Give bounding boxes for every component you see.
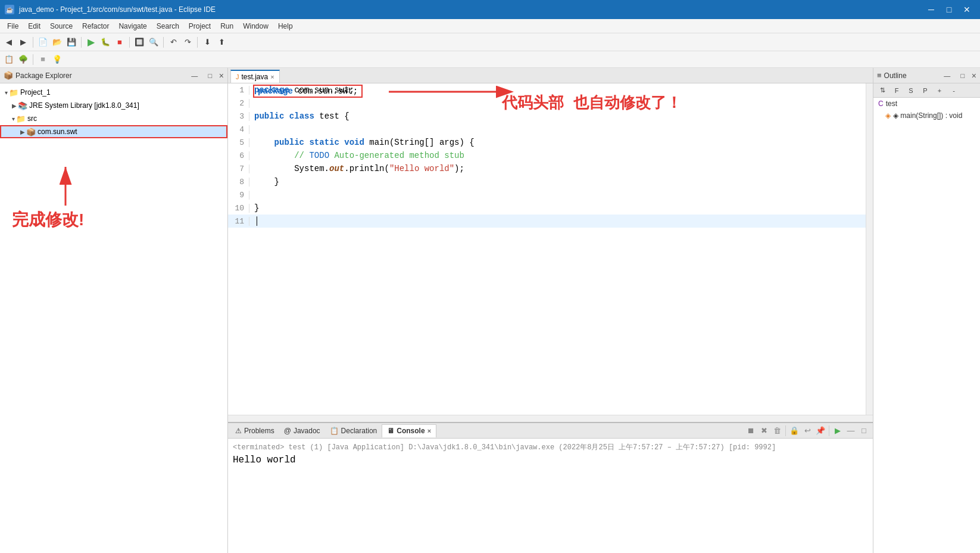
tab-test-java[interactable]: J test.java ×	[230, 70, 280, 83]
console-icon: 🖥	[387, 427, 394, 435]
tb-next-annotation[interactable]: ⬇	[201, 36, 214, 49]
package-explorer-header: 📦 Package Explorer — □ ×	[0, 68, 227, 83]
outline-minimize[interactable]: —	[941, 69, 954, 82]
tb-debug[interactable]: 🐛	[99, 36, 112, 49]
jre-icon: 📚	[18, 101, 27, 110]
line-content-7: System.out.println("Hello world");	[254, 164, 873, 173]
menu-file[interactable]: File	[2, 21, 23, 32]
package-explorer-tree[interactable]: ▾ 📁 Project_1 ▶ 📚 JRE System Library [jd…	[0, 83, 227, 553]
maximize-panel[interactable]: □	[204, 69, 217, 82]
editor-pane: J test.java × 1 package com.sun.swt; 2	[228, 68, 873, 553]
console-maximize[interactable]: □	[857, 424, 870, 437]
outline-close-button[interactable]: ×	[972, 71, 976, 80]
console-status-text: <terminated> test (1) [Java Application]…	[233, 442, 868, 452]
tb-perspective[interactable]: 🔲	[133, 36, 146, 49]
line-num-2: 2	[228, 99, 249, 108]
console-open-console[interactable]: ▶	[831, 424, 844, 437]
tree-item-project[interactable]: ▾ 📁 Project_1	[0, 86, 227, 99]
menu-search[interactable]: Search	[152, 21, 184, 32]
close-panel-button[interactable]: ×	[219, 71, 224, 80]
tree-item-pkg[interactable]: ▶ 📦 com.sun.swt	[0, 125, 227, 138]
tb-redo[interactable]: ↷	[181, 36, 194, 49]
app-icon: ☕	[5, 5, 14, 14]
outline-expand[interactable]: +	[933, 84, 946, 97]
outline-hide-static[interactable]: S	[904, 84, 917, 97]
tb-quick-access[interactable]: 💡	[51, 53, 64, 66]
outline-sort[interactable]: ⇅	[876, 84, 889, 97]
tb-open[interactable]: 📂	[51, 36, 64, 49]
console-minimize[interactable]: —	[844, 424, 857, 437]
line-content-4	[254, 125, 873, 134]
menu-help[interactable]: Help	[273, 21, 298, 32]
console-scroll-lock[interactable]: 🔒	[788, 424, 801, 437]
menu-source[interactable]: Source	[45, 21, 77, 32]
outline-maximize[interactable]: □	[956, 69, 969, 82]
tb-undo[interactable]: ↶	[167, 36, 180, 49]
tb-hierarchy[interactable]: 🌳	[17, 53, 30, 66]
menu-run[interactable]: Run	[216, 21, 238, 32]
code-editor[interactable]: 1 package com.sun.swt; 2 3 public class …	[228, 83, 873, 415]
arrow-pkg: ▶	[20, 129, 25, 135]
close-button[interactable]: ✕	[959, 1, 975, 18]
tab-javadoc[interactable]: @ Javadoc	[279, 424, 325, 437]
menu-project[interactable]: Project	[184, 21, 216, 32]
tab-console[interactable]: 🖥 Console ×	[382, 424, 436, 437]
toolbar-secondary: 📋 🌳 ≡ 💡	[0, 51, 980, 68]
outline-panel: ≡ Outline — □ × ⇅ F S P + - C test	[873, 68, 980, 553]
vertical-scrollbar[interactable]	[866, 83, 873, 415]
minimize-panel[interactable]: —	[188, 69, 201, 82]
outline-item-test[interactable]: C test	[873, 98, 980, 110]
minimize-button[interactable]: ─	[923, 1, 940, 18]
line-num-10: 10	[228, 204, 249, 213]
java-file-icon: J	[236, 73, 239, 80]
tab-close-button[interactable]: ×	[270, 73, 274, 80]
console-pin[interactable]: 📌	[814, 424, 827, 437]
src-icon: 📁	[16, 114, 26, 123]
console-clear[interactable]: 🗑	[770, 424, 784, 437]
line-content-1: package com.sun.swt;	[254, 85, 873, 95]
menu-navigate[interactable]: Navigate	[114, 21, 151, 32]
code-line-5: 5 public static void main(String[] args)…	[228, 136, 873, 149]
console-terminate[interactable]: ⏹	[744, 424, 757, 437]
console-tab-close[interactable]: ×	[427, 427, 431, 434]
tb-back[interactable]: ◀	[2, 36, 15, 49]
tb-stop[interactable]: ■	[113, 36, 126, 49]
outline-title: Outline	[884, 72, 938, 80]
jre-label: JRE System Library [jdk1.8.0_341]	[29, 101, 139, 110]
tb-prev-annotation[interactable]: ⬆	[215, 36, 228, 49]
class-icon: C	[878, 100, 884, 108]
declaration-label: Declaration	[341, 427, 377, 435]
tab-declaration[interactable]: 📋 Declaration	[325, 424, 382, 437]
menu-refactor[interactable]: Refactor	[77, 21, 114, 32]
console-remove[interactable]: ✖	[757, 424, 770, 437]
tree-item-jre[interactable]: ▶ 📚 JRE System Library [jdk1.8.0_341]	[0, 99, 227, 112]
menu-window[interactable]: Window	[238, 21, 273, 32]
window-title: java_demo - Project_1/src/com/sun/swt/te…	[19, 5, 216, 14]
console-word-wrap[interactable]: ↩	[801, 424, 814, 437]
outline-hide-fields[interactable]: F	[890, 84, 903, 97]
line-num-5: 5	[228, 138, 249, 147]
tb-open-type[interactable]: 📋	[2, 53, 15, 66]
sep1	[33, 37, 33, 48]
outline-tree[interactable]: C test ◈ ◈ main(String[]) : void	[873, 98, 980, 553]
menu-bar: File Edit Source Refactor Navigate Searc…	[0, 19, 980, 33]
outline-item-main[interactable]: ◈ ◈ main(String[]) : void	[873, 110, 980, 122]
method-icon: ◈	[885, 111, 891, 120]
outline-class-label: test	[886, 100, 897, 108]
tb-save[interactable]: 💾	[65, 36, 78, 49]
toolbar-main: ◀ ▶ 📄 📂 💾 ▶ 🐛 ■ 🔲 🔍 ↶ ↷ ⬇ ⬆	[0, 33, 980, 51]
line-content-9	[254, 190, 873, 200]
pkg-label: com.sun.swt	[38, 128, 77, 136]
outline-collapse[interactable]: -	[947, 84, 960, 97]
tab-problems[interactable]: ⚠ Problems	[230, 424, 279, 437]
tb-outline[interactable]: ≡	[36, 53, 49, 66]
tree-item-src[interactable]: ▾ 📁 src	[0, 112, 227, 125]
tb-new[interactable]: 📄	[36, 36, 49, 49]
tb-search[interactable]: 🔍	[147, 36, 160, 49]
tb-forward[interactable]: ▶	[17, 36, 30, 49]
outline-hide-nonpublic[interactable]: P	[919, 84, 932, 97]
tb-run[interactable]: ▶	[85, 36, 98, 49]
maximize-button[interactable]: □	[941, 1, 957, 18]
horizontal-scrollbar[interactable]	[228, 415, 873, 422]
menu-edit[interactable]: Edit	[23, 21, 45, 32]
